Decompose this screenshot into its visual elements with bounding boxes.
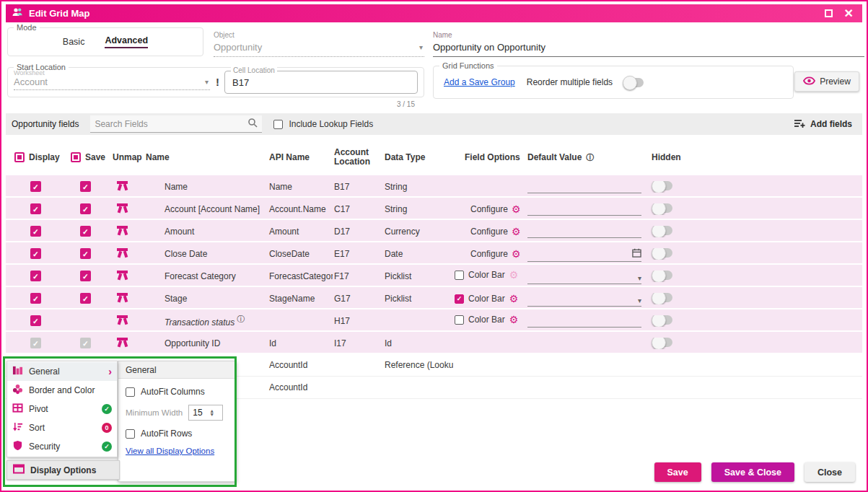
display-checkbox[interactable] [30,181,41,192]
unmap-icon[interactable] [117,181,128,190]
autofit-rows-option[interactable]: AutoFit Rows [126,429,228,439]
add-save-group-link[interactable]: Add a Save Group [444,77,515,87]
gear-icon[interactable] [509,294,519,304]
unmap-icon[interactable] [117,203,128,212]
save-select-all-checkbox[interactable] [71,152,81,162]
save-checkbox[interactable] [80,248,91,259]
info-icon[interactable] [586,153,594,162]
save-checkbox[interactable] [80,203,91,214]
save-checkbox[interactable] [80,226,91,237]
tab-basic[interactable]: Basic [63,37,85,47]
autofit-columns-option[interactable]: AutoFit Columns [126,387,228,397]
display-options-button[interactable]: Display Options [6,460,120,480]
menu-item-sort[interactable]: Sort 0 [7,418,117,437]
autofit-columns-checkbox[interactable] [126,387,135,397]
autofit-rows-checkbox[interactable] [126,429,135,439]
hidden-toggle[interactable] [653,338,672,347]
hidden-toggle[interactable] [653,293,672,302]
view-all-display-options-link[interactable]: View all Display Options [126,447,228,458]
menu-item-general[interactable]: General › [7,362,117,381]
gear-icon[interactable] [512,227,521,237]
default-value-input[interactable] [527,177,641,193]
unmap-icon[interactable] [117,293,128,302]
hidden-toggle[interactable] [653,315,672,325]
color-bar-checkbox[interactable] [455,271,464,280]
cell-location-input[interactable]: Cell Location B17 [224,71,418,94]
save-and-close-button[interactable]: Save & Close [711,462,794,482]
default-value-select[interactable]: ▾ [527,291,641,307]
hidden-toggle[interactable] [653,226,672,235]
configure-button[interactable]: Configure [453,249,521,259]
save-button[interactable]: Save [654,462,701,482]
chevron-down-icon [205,79,209,86]
add-fields-button[interactable]: Add fields [794,118,856,131]
chevron-right-icon: › [108,366,112,377]
gear-icon[interactable] [509,315,519,325]
close-button[interactable]: Close [805,462,855,482]
display-checkbox[interactable] [30,293,41,304]
display-checkbox[interactable] [30,226,41,237]
name-field[interactable]: Name Opportunity on Opportunity [433,31,864,57]
minimum-width-input[interactable] [189,408,208,418]
default-value-date-input[interactable] [527,246,641,262]
hidden-toggle[interactable] [653,271,672,280]
fields-label: Opportunity fields [12,119,79,129]
save-checkbox[interactable] [80,293,91,304]
save-checkbox[interactable] [80,271,91,281]
menu-item-border-and-color[interactable]: Border and Color [7,381,117,400]
unmap-icon[interactable] [117,338,128,346]
hidden-toggle[interactable] [653,203,672,213]
object-select[interactable]: Object Opportunity [214,31,424,57]
table-row: Name Name B17 String [6,175,862,198]
configure-button[interactable]: Configure [453,227,521,237]
search-input[interactable] [95,119,247,129]
close-icon[interactable]: ✕ [844,8,854,19]
data-type: Currency [385,227,420,237]
general-panel: General AutoFit Columns Minimum Width ▲▼… [118,361,236,482]
default-value-input[interactable] [527,312,641,328]
char-counter: 3 / 15 [397,100,415,108]
data-type: Reference (Lookup) [385,360,453,370]
include-lookup-fields[interactable]: Include Lookup Fields [273,119,373,129]
preview-button[interactable]: Preview [794,71,859,92]
unmap-icon[interactable] [117,271,128,279]
color-bar-checkbox[interactable] [455,315,464,325]
unmap-icon[interactable] [117,248,128,257]
panel-title: General [118,361,235,379]
hidden-toggle[interactable] [653,248,672,258]
display-checkbox[interactable] [30,248,41,259]
gear-icon[interactable] [512,204,521,214]
table-header: Display Save Unmap Name API Name Account… [6,139,862,175]
worksheet-select[interactable]: Worksheet Account [14,69,210,90]
menu-item-security[interactable]: Security ✓ [7,437,117,456]
save-checkbox[interactable] [80,181,91,192]
display-checkbox[interactable] [30,271,41,281]
color-bar-checkbox[interactable] [455,294,464,304]
include-lookup-checkbox[interactable] [273,120,283,129]
gear-icon[interactable] [509,270,519,280]
data-type: String [385,182,407,192]
grid-functions-legend: Grid Functions [439,61,497,70]
default-value-select[interactable]: ▾ [527,268,641,284]
eye-icon [803,76,815,87]
default-value-input[interactable] [527,200,641,216]
menu-item-pivot[interactable]: Pivot ✓ [7,400,117,418]
gear-icon[interactable] [512,249,521,259]
display-checkbox[interactable] [30,203,41,214]
calendar-icon[interactable] [632,248,641,260]
reorder-toggle[interactable] [624,78,644,87]
unmap-icon[interactable] [117,226,128,234]
search-icon [247,118,258,130]
configure-button[interactable]: Configure [453,204,521,214]
maximize-icon[interactable] [825,9,833,17]
chevron-down-icon [419,44,423,51]
display-checkbox[interactable] [30,315,41,326]
info-icon[interactable] [237,314,245,325]
unmap-icon[interactable] [117,315,128,324]
account-location: E17 [334,249,349,259]
default-value-input[interactable] [527,222,641,238]
hidden-toggle[interactable] [653,181,672,190]
display-select-all-checkbox[interactable] [14,152,25,162]
tab-advanced[interactable]: Advanced [105,35,148,48]
stepper-arrows[interactable]: ▲▼ [208,409,216,417]
